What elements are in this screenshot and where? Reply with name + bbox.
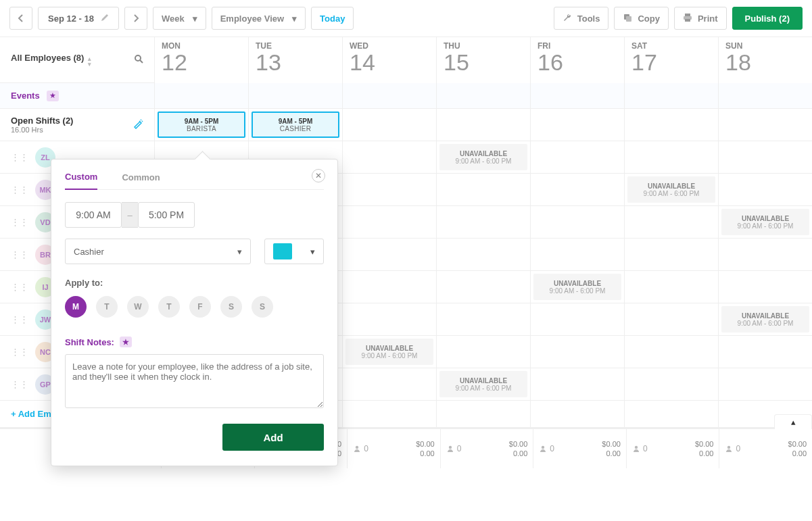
day-toggle[interactable]: F [189,296,211,318]
day-toggle[interactable]: M [65,296,87,318]
close-icon[interactable]: ✕ [312,169,325,182]
magic-wand-icon[interactable] [133,118,143,131]
print-button[interactable]: Print [674,7,727,30]
cell-openshift-wed[interactable] [342,109,436,141]
empty-cell[interactable] [530,401,624,427]
star-icon[interactable]: ★ [120,337,132,347]
tab-common[interactable]: Common [122,172,160,189]
copy-button[interactable]: Copy [614,7,669,30]
schedule-cell[interactable] [436,271,530,303]
schedule-cell[interactable]: UNAVAILABLE9:00 AM - 6:00 PM [624,174,718,205]
day-toggle[interactable]: S [252,296,273,318]
footer-expand-button[interactable]: ▴ [774,414,812,429]
cell-openshift-sat[interactable] [624,109,718,141]
schedule-cell[interactable] [436,174,530,205]
schedule-cell[interactable] [530,239,624,270]
events-cell[interactable] [530,83,624,108]
view-range-select[interactable]: Week ▾ [153,7,206,30]
drag-handle-icon[interactable]: ⋮⋮ [11,184,28,195]
schedule-cell[interactable]: UNAVAILABLE9:00 AM - 6:00 PM [342,336,436,368]
cell-openshift-sun[interactable] [718,109,812,141]
drag-handle-icon[interactable]: ⋮⋮ [11,217,28,227]
events-cell[interactable] [248,83,342,108]
schedule-cell[interactable]: UNAVAILABLE9:00 AM - 6:00 PM [718,206,812,238]
publish-button[interactable]: Publish (2) [732,7,803,30]
schedule-cell[interactable] [718,141,812,173]
schedule-cell[interactable] [342,239,436,270]
schedule-cell[interactable] [530,303,624,335]
schedule-cell[interactable] [718,174,812,205]
schedule-cell[interactable] [342,303,436,335]
schedule-cell[interactable] [718,368,812,400]
empty-cell[interactable] [436,401,530,427]
schedule-cell[interactable] [530,336,624,368]
events-cell[interactable] [718,83,812,108]
open-shift-mon[interactable]: 9AM - 5PM BARISTA [158,111,245,138]
schedule-cell[interactable] [530,368,624,400]
schedule-cell[interactable] [436,206,530,238]
day-toggle[interactable]: T [96,296,118,318]
drag-handle-icon[interactable]: ⋮⋮ [11,282,28,292]
events-cell[interactable] [624,83,718,108]
star-icon[interactable]: ★ [47,91,59,101]
schedule-cell[interactable] [718,239,812,270]
schedule-cell[interactable] [624,141,718,173]
shift-notes-input[interactable] [65,354,324,408]
schedule-cell[interactable] [530,141,624,173]
schedule-cell[interactable] [436,336,530,368]
schedule-cell[interactable] [342,141,436,173]
schedule-cell[interactable] [624,271,718,303]
schedule-cell[interactable] [624,239,718,270]
schedule-cell[interactable] [342,368,436,400]
schedule-cell[interactable] [530,174,624,205]
today-button[interactable]: Today [311,7,354,30]
tools-button[interactable]: Tools [554,7,609,30]
schedule-cell[interactable] [342,174,436,205]
group-by-select[interactable]: Employee View ▾ [212,7,306,30]
prev-week-button[interactable] [9,7,32,30]
schedule-cell[interactable] [530,206,624,238]
schedule-cell[interactable]: UNAVAILABLE9:00 AM - 6:00 PM [718,303,812,335]
color-select[interactable]: ▾ [264,239,324,264]
events-cell[interactable] [154,83,248,108]
schedule-cell[interactable] [718,271,812,303]
date-range-picker[interactable]: Sep 12 - 18 [38,7,119,30]
schedule-cell[interactable] [624,206,718,238]
drag-handle-icon[interactable]: ⋮⋮ [11,379,28,389]
events-cell[interactable] [342,83,436,108]
schedule-cell[interactable] [624,303,718,335]
open-shift-tue[interactable]: 9AM - 5PM CASHIER [252,111,339,138]
schedule-cell[interactable] [624,368,718,400]
drag-handle-icon[interactable]: ⋮⋮ [11,314,28,324]
schedule-cell[interactable] [624,336,718,368]
next-week-button[interactable] [124,7,147,30]
drag-handle-icon[interactable]: ⋮⋮ [11,152,28,162]
day-header: THU15 [436,37,530,83]
employee-filter[interactable]: All Employees (8) ▴▾ [11,53,91,67]
empty-cell[interactable] [624,401,718,427]
day-toggle[interactable]: W [127,296,149,318]
schedule-cell[interactable] [436,239,530,270]
schedule-cell[interactable] [342,206,436,238]
schedule-cell[interactable]: UNAVAILABLE9:00 AM - 6:00 PM [530,271,624,303]
search-icon[interactable] [134,54,143,66]
day-toggle[interactable]: T [158,296,180,318]
start-time-input[interactable] [65,202,122,228]
drag-handle-icon[interactable]: ⋮⋮ [11,249,28,259]
cell-openshift-fri[interactable] [530,109,624,141]
schedule-cell[interactable]: UNAVAILABLE9:00 AM - 6:00 PM [436,368,530,400]
events-cell[interactable] [436,83,530,108]
drag-handle-icon[interactable]: ⋮⋮ [11,347,28,357]
cell-openshift-thu[interactable] [436,109,530,141]
end-time-input[interactable] [138,202,195,228]
schedule-cell[interactable]: UNAVAILABLE9:00 AM - 6:00 PM [436,141,530,173]
schedule-cell[interactable] [342,271,436,303]
tab-custom[interactable]: Custom [65,172,97,190]
position-select[interactable]: Cashier ▾ [65,239,251,264]
svg-rect-2 [685,14,690,16]
day-toggle[interactable]: S [220,296,242,318]
empty-cell[interactable] [342,401,436,427]
schedule-cell[interactable] [436,303,530,335]
add-button[interactable]: Add [222,424,324,451]
schedule-cell[interactable] [718,336,812,368]
